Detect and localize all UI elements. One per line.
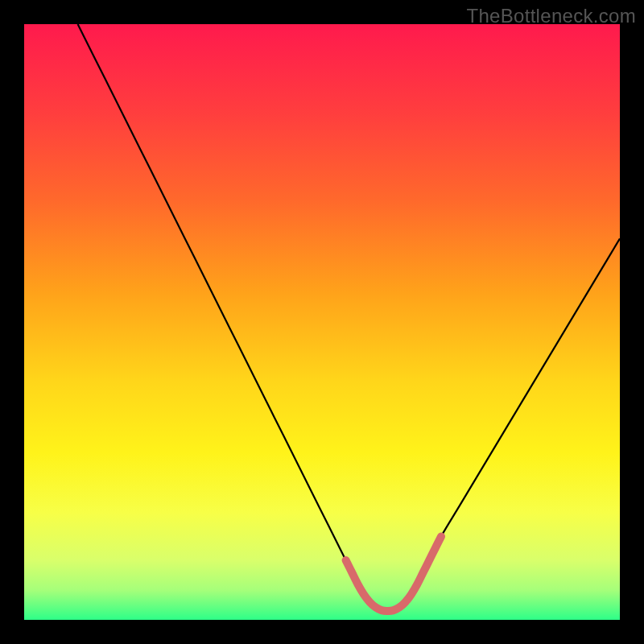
gradient-background xyxy=(24,24,620,620)
watermark-text: TheBottleneck.com xyxy=(466,5,636,27)
chart-frame: TheBottleneck.com xyxy=(0,0,644,644)
bottleneck-chart xyxy=(24,24,620,620)
plot-area xyxy=(24,24,620,620)
